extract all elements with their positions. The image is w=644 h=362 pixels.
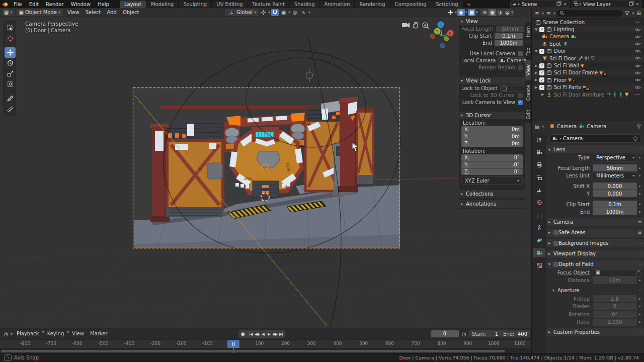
transform-orientation-dropdown[interactable]: Global ▾ <box>225 9 259 16</box>
panel-header-view-lock[interactable]: ▾View Lock <box>459 77 525 84</box>
eye-open-icon[interactable] <box>634 71 641 75</box>
mode-dropdown[interactable]: ▣ Object Mode ▾ <box>16 9 62 16</box>
animate-dot[interactable] <box>637 193 642 195</box>
outliner-row-camera[interactable]: Camera <box>532 33 644 40</box>
properties-tab-render[interactable] <box>533 148 545 157</box>
outliner-row-spot[interactable]: Spot <box>532 40 644 47</box>
collection-checkbox[interactable]: ✓ <box>539 27 544 32</box>
eye-open-icon[interactable] <box>634 49 641 53</box>
eye-closed-icon[interactable] <box>634 93 641 97</box>
play-button[interactable]: ▶ <box>266 331 272 337</box>
timeline-menu-playback[interactable]: Playback <box>14 330 42 338</box>
scale-tool-button[interactable] <box>5 68 16 79</box>
panel-header-lens[interactable]: ▾Lens∷ <box>546 145 644 153</box>
eye-open-icon[interactable] <box>634 56 641 60</box>
transform-tool-button[interactable] <box>5 79 16 89</box>
clip-start-field[interactable]: 0.1m <box>593 201 637 208</box>
workspace-tab-texture-paint[interactable]: Texture Paint <box>248 1 290 8</box>
workspace-tab-rendering[interactable]: Rendering <box>355 1 390 8</box>
panel-header-viewport-display[interactable]: ▸Viewport Display∷ <box>546 250 644 258</box>
snap-magnet-icon[interactable] <box>271 9 279 16</box>
rotate-tool-button[interactable] <box>5 58 16 68</box>
blender-logo-icon[interactable] <box>0 1 10 8</box>
pin-icon[interactable] <box>636 123 641 130</box>
rotation-mode-dropdown[interactable]: XYZ Euler▾ <box>461 176 523 185</box>
outliner-row-sci-fi-door[interactable]: ▼Sci Fi Door▽ <box>532 55 644 62</box>
vector-field-x[interactable]: X:0m <box>461 126 523 133</box>
animate-dot[interactable] <box>637 321 642 323</box>
animate-dot[interactable] <box>637 280 642 281</box>
rotation-field[interactable]: 0° <box>593 311 637 318</box>
view-layer-name[interactable]: View Layer <box>581 2 628 7</box>
menu-render[interactable]: Render <box>42 1 67 8</box>
panel-header-collections[interactable]: ▸Collections <box>459 190 525 198</box>
play-reverse-button[interactable]: ◀ <box>260 331 266 337</box>
menu-help[interactable]: Help <box>94 1 113 8</box>
presets-icon[interactable]: ≡ <box>638 230 642 235</box>
type-dropdown[interactable]: Perspective▾ <box>593 154 637 162</box>
eye-undefined-icon[interactable] <box>634 20 641 24</box>
end-frame-field[interactable]: End: 400 <box>500 330 530 337</box>
collection-checkbox[interactable]: ✓ <box>539 85 544 90</box>
axis-neg-y-ball[interactable] <box>444 37 449 41</box>
panel-header-camera[interactable]: ▸Camera≡ <box>546 218 644 226</box>
properties-tab-texture[interactable] <box>533 261 545 270</box>
breadcrumb-object[interactable]: Camera <box>557 124 577 129</box>
camera-datablock-field[interactable]: ▾ Camera <box>549 134 641 143</box>
panel-header-depth-of-field[interactable]: ▾Depth of Field∷ <box>546 260 644 268</box>
menu-edit[interactable]: Edit <box>26 1 42 8</box>
animate-dot[interactable] <box>637 204 642 205</box>
animate-dot[interactable] <box>637 175 642 176</box>
pivot-point-icon[interactable] <box>260 9 267 16</box>
outliner-item-label[interactable]: Sci Fi Parts <box>554 84 581 90</box>
panel-header-safe-areas[interactable]: ▸Safe Areas≡ <box>546 229 644 237</box>
y-field[interactable]: 0.000 <box>593 190 637 197</box>
disclosure-triangle-icon[interactable]: ▶ <box>541 93 546 97</box>
menu-file[interactable]: File <box>10 1 26 8</box>
animate-dot[interactable] <box>637 306 642 307</box>
eye-open-icon[interactable] <box>634 28 641 32</box>
outliner-row-lighting[interactable]: ▼✓Lighting <box>532 26 644 33</box>
properties-tab-scene[interactable] <box>533 186 545 195</box>
workspace-tab-modeling[interactable]: Modeling <box>146 1 179 8</box>
outliner-item-label[interactable]: Camera <box>549 34 569 39</box>
timeline-menu-keying[interactable]: Keying <box>44 330 67 338</box>
disclosure-triangle-icon[interactable]: ▼ <box>535 28 539 32</box>
properties-tab-view-layer[interactable] <box>533 173 545 182</box>
rendered-shading-icon[interactable]: ◒ <box>504 9 511 16</box>
eyedropper-icon[interactable] <box>635 270 640 276</box>
proportional-editing-icon[interactable]: ◎ <box>291 9 299 16</box>
outliner-row-scene-collection[interactable]: Scene Collection <box>532 19 644 26</box>
end-field[interactable]: 1000m <box>593 208 637 215</box>
collection-checkbox[interactable]: ✓ <box>539 70 544 75</box>
show-gizmos-icon[interactable] <box>447 9 454 16</box>
focal-length-field[interactable]: 50mm <box>593 164 637 171</box>
viewport-menu-view[interactable]: View <box>64 9 83 17</box>
toggle-xray-icon[interactable]: ▩ <box>468 9 475 16</box>
animate-dot[interactable] <box>637 298 642 300</box>
scene-selector[interactable]: ▾ Scene × <box>510 1 570 8</box>
animate-dot[interactable] <box>637 167 642 169</box>
editor-type-button[interactable]: ▦ ▾ <box>2 9 15 16</box>
jump-end-button[interactable]: ▶| <box>278 331 284 337</box>
properties-tab-tool[interactable] <box>533 135 545 144</box>
viewport-menu-add[interactable]: Add <box>104 9 120 17</box>
outliner-row-sci-fi-wall[interactable]: ▶✓Sci Fi Wall▼ <box>532 62 644 69</box>
collection-checkbox[interactable]: ✓ <box>539 63 544 68</box>
eye-open-icon[interactable] <box>634 64 641 68</box>
f-stop-field[interactable]: 2.8 <box>593 295 637 302</box>
collection-checkbox[interactable]: ✓ <box>539 77 544 82</box>
eye-open-icon[interactable] <box>634 85 641 89</box>
disclosure-triangle-icon[interactable]: ▼ <box>535 49 539 53</box>
use-local-camera-checkbox[interactable] <box>518 51 523 56</box>
view-layer-selector[interactable]: ▾ View Layer × <box>572 1 642 8</box>
panel-header-aperture[interactable]: ▾Aperture∷ <box>550 287 644 295</box>
new-scene-icon[interactable] <box>556 1 562 7</box>
vector-field-y[interactable]: Y:-0° <box>461 161 523 168</box>
new-view-layer-icon[interactable] <box>628 1 634 7</box>
measure-tool-button[interactable] <box>5 104 16 114</box>
outliner-item-label[interactable]: Scene Collection <box>543 20 585 25</box>
falloff-curve-icon[interactable]: ∿ <box>300 9 307 16</box>
viewport-canvas[interactable]: 3285 E329 <box>0 17 531 328</box>
vector-field-z[interactable]: Z:0m <box>461 140 523 147</box>
